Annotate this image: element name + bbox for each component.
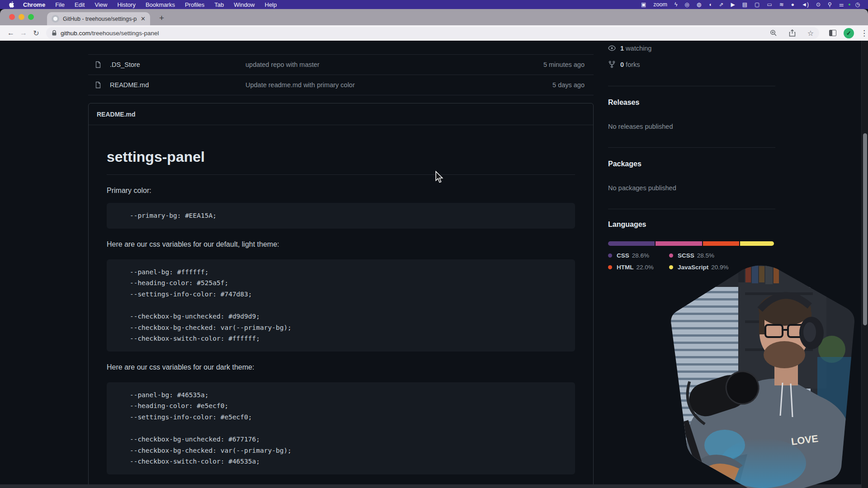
reload-button[interactable]: ↻ <box>30 29 42 38</box>
apple-menu[interactable] <box>8 1 14 8</box>
tab-title: GitHub - treehouse/settings-pa <box>63 16 137 22</box>
bookmark-star-icon[interactable]: ☆ <box>807 29 814 38</box>
menu-bookmarks[interactable]: Bookmarks <box>141 1 180 8</box>
menu-file[interactable]: File <box>50 1 70 8</box>
code-line: --settings-info-color: #747d83; <box>114 289 568 300</box>
code-line: --checkbox-bg-checked: var(--primary-bg)… <box>114 322 568 333</box>
menu-history[interactable]: History <box>112 1 140 8</box>
language-html-link[interactable]: HTML 22.0% <box>608 264 669 271</box>
spotlight-icon[interactable]: ⚲ <box>824 1 835 8</box>
file-name-link[interactable]: .DS_Store <box>110 61 245 68</box>
language-name: SCSS <box>678 252 694 259</box>
css-dot-icon <box>608 253 612 258</box>
apple-logo-icon <box>8 1 14 8</box>
packages-empty-text: No packages published <box>608 184 676 192</box>
languages-heading: Languages <box>608 221 646 229</box>
menubar-status-area: ▣ zoom ϟ ◎ ◍ ◖ ⇗ ▶ ▤ ▢ ▭ ≋ ● ◄) ⊙ ⚲ ⚌ • … <box>637 1 863 8</box>
window-icon[interactable]: ▢ <box>751 1 763 8</box>
wifi-icon[interactable]: ≋ <box>776 1 788 8</box>
record-icon[interactable]: ◎ <box>681 1 693 8</box>
minimize-window-button[interactable] <box>19 14 24 20</box>
keyboard-icon[interactable]: ▤ <box>739 1 751 8</box>
divider <box>608 209 775 209</box>
forward-button[interactable]: → <box>17 29 30 37</box>
table-row[interactable]: README.md Update readme.md with primary … <box>88 75 594 95</box>
side-panel-icon[interactable] <box>829 30 836 36</box>
back-button[interactable]: ← <box>5 29 17 37</box>
commit-message-link[interactable]: updated repo with master <box>245 61 543 68</box>
language-name: CSS <box>617 252 629 259</box>
menu-chrome[interactable]: Chrome <box>18 1 50 8</box>
commit-message-link[interactable]: Update readme.md with primary color <box>245 81 552 89</box>
dnd-icon[interactable]: ● <box>788 1 798 8</box>
divider <box>608 86 775 86</box>
language-pct: 22.0% <box>637 264 654 271</box>
divider <box>608 147 775 148</box>
language-pct: 28.6% <box>632 252 649 259</box>
play-circle-icon[interactable]: ▶ <box>727 1 739 8</box>
fork-icon <box>608 61 616 68</box>
lock-icon[interactable] <box>52 30 57 36</box>
language-bar <box>608 241 774 246</box>
file-table: .DS_Store updated repo with master 5 min… <box>88 54 594 95</box>
language-legend-row: CSS 28.6% SCSS 28.5% <box>608 252 730 259</box>
language-bar-html[interactable] <box>703 241 739 246</box>
volume-icon[interactable]: ◄) <box>798 1 812 8</box>
commit-time-link[interactable]: 5 days ago <box>552 81 585 89</box>
language-bar-scss[interactable] <box>656 241 702 246</box>
browser-tab[interactable]: GitHub - treehouse/settings-pa ✕ <box>47 12 150 25</box>
menu-edit[interactable]: Edit <box>70 1 90 8</box>
file-name-link[interactable]: README.md <box>110 81 245 89</box>
code-block-primary: --primary-bg: #EEA15A; <box>107 203 575 229</box>
zoom-window-button[interactable] <box>28 14 34 20</box>
scrollbar-thumb[interactable] <box>863 133 867 325</box>
browser-menu-icon[interactable]: ⋮ <box>860 28 868 38</box>
file-icon <box>94 81 104 89</box>
url-path: /treehouse/settings-panel <box>90 30 159 37</box>
code-block-dark-theme: --panel-bg: #46535a; --heading-color: #e… <box>107 382 575 474</box>
github-favicon <box>52 15 59 23</box>
menu-window[interactable]: Window <box>229 1 259 8</box>
commit-time-link[interactable]: 5 minutes ago <box>543 61 585 68</box>
watching-link[interactable]: 1 watching <box>608 44 651 52</box>
paddle-icon[interactable]: ◍ <box>693 1 705 8</box>
language-bar-javascript[interactable] <box>740 241 774 246</box>
language-scss-link[interactable]: SCSS 28.5% <box>669 252 730 259</box>
user-circle-icon[interactable]: ⊙ <box>812 1 824 8</box>
file-icon <box>94 61 104 68</box>
menu-tab[interactable]: Tab <box>209 1 229 8</box>
zoom-menu-item[interactable]: zoom <box>650 1 671 8</box>
forks-link[interactable]: 0 forks <box>608 61 640 68</box>
profile-avatar[interactable]: ✓ <box>844 28 854 38</box>
code-line: --checkbox-switch-color: #46535a; <box>114 456 568 467</box>
code-line: --checkbox-bg-unchecked: #677176; <box>114 434 568 445</box>
address-bar[interactable]: github.com/treehouse/settings-panel ☆ <box>46 27 819 39</box>
new-tab-button[interactable]: + <box>159 13 164 23</box>
clock-icon[interactable]: ◷ <box>852 1 863 8</box>
close-window-button[interactable] <box>9 14 15 20</box>
flash-icon[interactable]: ϟ <box>671 1 681 8</box>
share-icon[interactable] <box>789 29 796 37</box>
zoom-page-icon[interactable] <box>770 29 777 37</box>
battery-icon[interactable]: ▭ <box>763 1 775 8</box>
control-center-icon[interactable]: ⚌ <box>835 1 848 8</box>
code-line <box>114 300 568 311</box>
menu-profiles[interactable]: Profiles <box>180 1 209 8</box>
language-pct: 28.5% <box>697 252 714 259</box>
cleanshot-icon[interactable]: ◖ <box>705 1 715 8</box>
menu-view[interactable]: View <box>90 1 112 8</box>
page-scrollbar[interactable] <box>861 41 868 488</box>
code-line: --panel-bg: #46535a; <box>114 389 568 401</box>
tab-close-icon[interactable]: ✕ <box>137 15 146 22</box>
packages-heading[interactable]: Packages <box>608 160 642 168</box>
releases-heading[interactable]: Releases <box>608 99 639 107</box>
table-row[interactable]: .DS_Store updated repo with master 5 min… <box>88 55 594 75</box>
code-line: --heading-color: #525a5f; <box>114 277 568 289</box>
language-bar-css[interactable] <box>608 241 655 246</box>
browser-toolbar: ← → ↻ github.com/treehouse/settings-pane… <box>0 25 868 41</box>
screen-mirroring-icon[interactable]: ▣ <box>637 1 650 8</box>
rocket-icon[interactable]: ⇗ <box>715 1 727 8</box>
language-css-link[interactable]: CSS 28.6% <box>608 252 669 259</box>
menu-help[interactable]: Help <box>260 1 282 8</box>
html-dot-icon <box>608 265 612 269</box>
